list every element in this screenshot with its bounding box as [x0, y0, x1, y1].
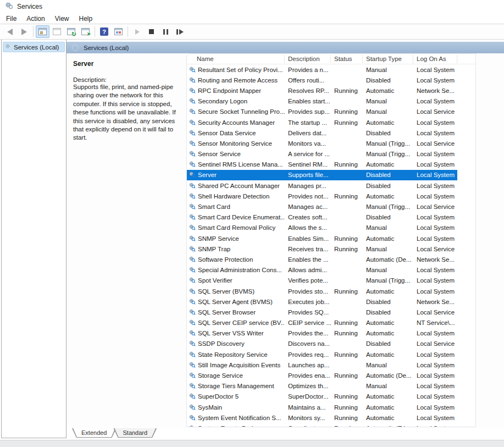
- table-row[interactable]: SQL Server (BVMS) Provides sto... Runnin…: [187, 286, 457, 296]
- service-gear-icon: [189, 329, 196, 337]
- table-row[interactable]: State Repository Service Provides req...…: [187, 349, 457, 360]
- menu-view[interactable]: View: [50, 14, 74, 24]
- table-row[interactable]: SysMain Maintains a... Running Automatic…: [187, 402, 457, 412]
- table-row[interactable]: Shared PC Account Manager Manages pr... …: [187, 180, 457, 191]
- service-status: Running: [331, 87, 363, 94]
- service-description: Optimizes th...: [285, 383, 331, 389]
- service-status: Running: [331, 288, 363, 295]
- service-startup-type: Disabled: [363, 172, 413, 178]
- table-row[interactable]: Special Administration Cons... Allows ad…: [187, 265, 457, 275]
- properties-icon[interactable]: [50, 25, 64, 38]
- service-name: SNMP Trap: [198, 246, 230, 252]
- table-row[interactable]: Server Supports file... Disabled Local S…: [187, 170, 457, 180]
- table-row[interactable]: Secondary Logon Enables start... Manual …: [187, 96, 457, 107]
- table-row[interactable]: Resultant Set of Policy Provi... Provide…: [187, 64, 457, 75]
- table-row[interactable]: SNMP Trap Receives tra... Running Manual…: [187, 244, 457, 254]
- service-startup-type: Manual: [363, 362, 413, 368]
- table-row[interactable]: SuperDoctor 5 SuperDoctor... Running Aut…: [187, 391, 457, 402]
- service-name: Software Protection: [198, 256, 253, 263]
- table-row[interactable]: SSDP Discovery Discovers na... Disabled …: [187, 339, 457, 349]
- sidebar-item-services-local[interactable]: Services (Local): [3, 42, 65, 52]
- table-row[interactable]: SQL Server Agent (BVMS) Executes job... …: [187, 296, 457, 307]
- table-row[interactable]: SQL Server VSS Writer Provides the... Ru…: [187, 328, 457, 339]
- service-name: System Events Broker: [198, 425, 261, 427]
- description-label: Description:: [73, 76, 182, 83]
- export-list-icon[interactable]: ➤: [79, 25, 92, 38]
- extended-standard-view-icon[interactable]: [112, 25, 125, 38]
- menu-file[interactable]: File: [1, 14, 21, 24]
- service-startup-type: Disabled: [363, 299, 413, 305]
- pause-service-icon[interactable]: [159, 25, 173, 38]
- console-tree-pane: Services (Local): [1, 40, 67, 438]
- start-service-icon[interactable]: [130, 25, 144, 38]
- column-header-description[interactable]: Description: [285, 55, 331, 63]
- back-icon[interactable]: [3, 25, 16, 38]
- menu-action[interactable]: Action: [21, 14, 49, 24]
- table-row[interactable]: SNMP Service Enables Sim... Running Auto…: [187, 233, 457, 244]
- table-row[interactable]: Sensor Service A service for ... Manual …: [187, 149, 457, 159]
- service-gear-icon: [189, 192, 196, 200]
- service-status: Running: [331, 425, 363, 427]
- service-log-on-as: Local System: [413, 393, 457, 400]
- table-row[interactable]: SQL Server Browser Provides SQ... Disabl…: [187, 307, 457, 317]
- table-row[interactable]: Shell Hardware Detection Provides not...…: [187, 191, 457, 201]
- tab-standard[interactable]: Standard: [113, 428, 157, 438]
- table-row[interactable]: Routing and Remote Access Offers routi..…: [187, 75, 457, 85]
- table-row[interactable]: Spot Verifier Verifies pote... Manual (T…: [187, 275, 457, 286]
- service-gear-icon: [189, 140, 196, 147]
- service-description: Coordinates...: [285, 425, 331, 427]
- table-row[interactable]: Still Image Acquisition Events Launches …: [187, 360, 457, 370]
- service-gear-icon: [189, 424, 196, 427]
- show-console-tree-icon[interactable]: [36, 25, 49, 38]
- toolbar-separator: [95, 26, 95, 37]
- table-row[interactable]: Sensor Monitoring Service Monitors va...…: [187, 138, 457, 148]
- service-status: Running: [331, 235, 363, 242]
- refresh-icon[interactable]: ↻: [64, 25, 78, 38]
- table-row[interactable]: Security Accounts Manager The startup ..…: [187, 117, 457, 128]
- service-startup-type: Automatic: [363, 319, 413, 326]
- table-row[interactable]: Smart Card Device Enumerat... Creates so…: [187, 212, 457, 223]
- table-row[interactable]: Software Protection Enables the ... Auto…: [187, 254, 457, 264]
- service-log-on-as: Local System: [413, 404, 457, 411]
- service-name: SQL Server VSS Writer: [198, 330, 264, 336]
- service-startup-type: Automatic: [363, 161, 413, 168]
- service-gear-icon: [189, 76, 196, 84]
- table-row[interactable]: System Event Notification S... Monitors …: [187, 412, 457, 423]
- restart-service-icon[interactable]: [173, 25, 187, 38]
- service-startup-type: Manual: [363, 224, 413, 231]
- table-row[interactable]: Smart Card Removal Policy Allows the s..…: [187, 223, 457, 233]
- table-row[interactable]: Storage Service Provides ena... Running …: [187, 370, 457, 380]
- view-tab-bar: Extended Standard: [67, 428, 504, 438]
- column-header-log-on-as[interactable]: Log On As: [413, 55, 457, 63]
- service-log-on-as: Local Syst...: [413, 425, 457, 427]
- menu-help[interactable]: Help: [74, 14, 98, 24]
- forward-icon[interactable]: [17, 25, 31, 38]
- service-gear-icon: [189, 288, 196, 295]
- table-row[interactable]: Smart Card Manages ac... Manual (Trigg..…: [187, 201, 457, 212]
- service-gear-icon: [189, 66, 196, 74]
- service-log-on-as: Local System: [413, 119, 457, 126]
- table-row[interactable]: Secure Socket Tunneling Pro... Provides …: [187, 107, 457, 117]
- stop-service-icon[interactable]: [145, 25, 158, 38]
- service-gear-icon: [189, 361, 196, 369]
- column-header-startup-type[interactable]: Startup Type: [363, 55, 413, 63]
- service-gear-icon: [189, 182, 196, 190]
- service-description: Enables start...: [285, 98, 331, 104]
- service-description: A service for ...: [285, 151, 331, 157]
- table-row[interactable]: Storage Tiers Management Optimizes th...…: [187, 381, 457, 391]
- column-header-name[interactable]: Name: [187, 55, 285, 63]
- table-row[interactable]: RPC Endpoint Mapper Resolves RP... Runni…: [187, 85, 457, 96]
- table-row[interactable]: SQL Server CEIP service (BV... CEIP serv…: [187, 318, 457, 328]
- service-gear-icon: [189, 171, 196, 179]
- service-log-on-as: Local System: [413, 235, 457, 242]
- table-row[interactable]: System Events Broker Coordinates... Runn…: [187, 423, 457, 427]
- help-icon[interactable]: ?: [97, 25, 111, 38]
- table-row[interactable]: Sentinel RMS License Mana... Sentinel RM…: [187, 159, 457, 170]
- toolbar: ↻ ➤ ?: [0, 24, 504, 40]
- service-name: Security Accounts Manager: [198, 119, 275, 126]
- tab-extended[interactable]: Extended: [72, 428, 116, 438]
- service-name: Smart Card: [198, 203, 230, 210]
- service-description: Provides not...: [285, 193, 331, 200]
- column-header-status[interactable]: Status: [331, 55, 363, 63]
- table-row[interactable]: Sensor Data Service Delivers dat... Disa…: [187, 128, 457, 138]
